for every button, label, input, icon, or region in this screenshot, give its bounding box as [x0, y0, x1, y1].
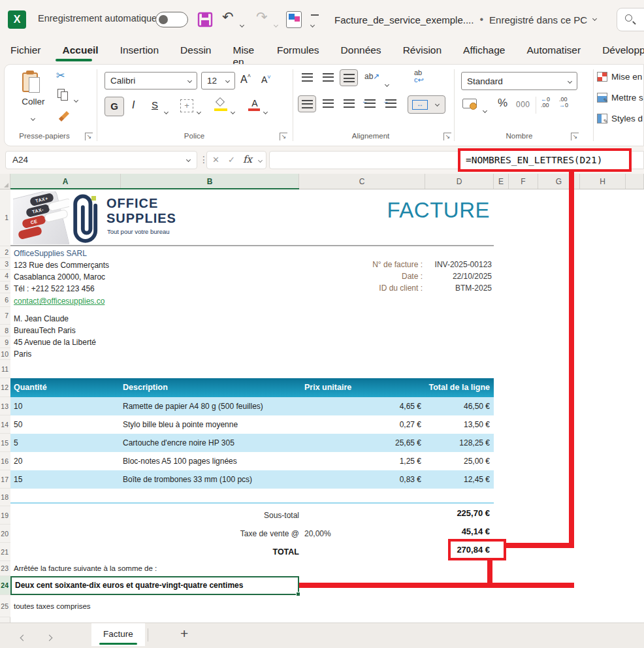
font-size-select[interactable]: 12 — [201, 72, 235, 89]
column-header-extra[interactable] — [626, 174, 644, 189]
search-box[interactable] — [617, 8, 644, 31]
row-header-8[interactable]: 8 — [0, 325, 10, 336]
conditional-formatting-button[interactable]: Mise en — [597, 69, 644, 84]
tax-label[interactable]: Taxe de vente @ — [169, 525, 299, 543]
tab-fichier[interactable]: Fichier — [9, 39, 42, 61]
footer-outro[interactable]: toutes taxes comprises — [14, 595, 91, 617]
seller-phone[interactable]: Tél : +212 522 123 456 — [14, 283, 95, 295]
tab-developpeur[interactable]: Développeur — [601, 39, 644, 61]
align-left-button[interactable] — [298, 95, 316, 112]
cell-description[interactable]: Stylo bille bleu à pointe moyenne — [123, 415, 238, 434]
select-all-corner[interactable] — [0, 174, 10, 189]
row-header-24[interactable]: 24 — [0, 576, 10, 595]
sheet-prev-icon[interactable] — [21, 631, 25, 643]
row-header-1[interactable]: 1 — [0, 189, 10, 246]
tab-accueil[interactable]: Accueil — [61, 39, 100, 61]
client-name[interactable]: M. Jean Claude — [14, 313, 69, 325]
row-header-11[interactable]: 11 — [0, 360, 10, 378]
row-header-18[interactable]: 18 — [0, 489, 10, 506]
row-header-4[interactable]: 4 — [0, 270, 10, 282]
total-label[interactable]: TOTAL — [169, 543, 299, 561]
cell-quantity[interactable]: 20 — [14, 452, 22, 470]
client-address[interactable]: 45 Avenue de la Liberté — [14, 336, 96, 348]
row-header-15[interactable]: 15 — [0, 434, 10, 452]
seller-name[interactable]: OfficeSupplies SARL — [14, 248, 87, 259]
cut-icon[interactable]: ✂ — [56, 69, 65, 82]
borders-dropdown-icon[interactable] — [197, 105, 201, 116]
addin-icon[interactable] — [286, 11, 302, 28]
selected-cell-a24[interactable]: Deux cent soixante-dix euros et quatre-v… — [10, 576, 299, 595]
clipboard-dialog-launcher-icon[interactable]: ↘ — [85, 133, 93, 140]
format-painter-icon[interactable] — [57, 110, 71, 122]
column-header-H[interactable]: H — [580, 174, 626, 189]
tab-automatiser[interactable]: Automatiser — [525, 39, 582, 61]
tab-donnees[interactable]: Données — [340, 39, 383, 61]
row-header-10[interactable]: 10 — [0, 348, 10, 360]
tab-insertion[interactable]: Insertion — [119, 39, 160, 61]
grow-font-button[interactable]: A˄ — [240, 73, 251, 86]
align-center-button[interactable] — [323, 99, 334, 108]
invoice-title[interactable]: FACTURE — [294, 198, 490, 225]
cell-styles-button[interactable]: ✎ Styles d — [597, 111, 644, 125]
cell-quantity[interactable]: 50 — [14, 415, 22, 434]
row-header-20[interactable]: 20 — [0, 525, 10, 543]
client-id-value[interactable]: BTM-2025 — [361, 282, 492, 294]
format-as-table-button[interactable]: ✎ Mettre s — [597, 90, 644, 105]
seller-address2[interactable]: Casablanca 20000, Maroc — [14, 271, 105, 283]
cell-description[interactable]: Boîte de trombones 33 mm (100 pcs) — [123, 470, 252, 489]
saved-status-chevron-icon[interactable] — [592, 16, 597, 20]
table-row[interactable]: 50Stylo bille bleu à pointe moyenne0,27 … — [10, 415, 494, 434]
cell-unit-price[interactable]: 0,27 € — [400, 415, 421, 434]
orientation-button[interactable]: ab↗ — [364, 72, 379, 81]
cell-unit-price[interactable]: 0,83 € — [400, 470, 421, 489]
tab-affichage[interactable]: Affichage — [462, 39, 506, 61]
percent-style-button[interactable]: % — [498, 97, 507, 110]
add-sheet-button[interactable]: + — [180, 626, 188, 641]
comma-style-button[interactable]: 000 — [516, 100, 530, 109]
row-header-23[interactable]: 23 — [0, 561, 10, 576]
wrap-text-button[interactable]: abc↩ — [414, 69, 424, 84]
row-header-9[interactable]: 9 — [0, 336, 10, 348]
cell-unit-price[interactable]: 4,65 € — [400, 397, 421, 415]
tax-rate[interactable]: 20,00% — [304, 525, 357, 543]
table-row[interactable]: 5Cartouche d'encre noire HP 30525,65 €12… — [10, 434, 494, 452]
copy-icon[interactable] — [57, 89, 71, 102]
column-header-E[interactable]: E — [494, 174, 509, 189]
row-header-12[interactable]: 12 — [0, 378, 10, 397]
row-header-13[interactable]: 13 — [0, 397, 10, 415]
font-dialog-launcher-icon[interactable]: ↘ — [280, 133, 287, 140]
row-header-21[interactable]: 21 — [0, 543, 10, 561]
increase-indent-button[interactable]: → — [385, 99, 396, 108]
italic-button[interactable]: I — [132, 99, 135, 111]
saved-status[interactable]: Enregistré dans ce PC — [489, 14, 587, 25]
paste-button[interactable]: Coller — [14, 69, 52, 129]
cell-quantity[interactable]: 15 — [14, 470, 22, 489]
undo-button[interactable]: ↶ — [222, 9, 234, 25]
row-header-17[interactable]: 17 — [0, 470, 10, 489]
cell-unit-price[interactable]: 1,25 € — [400, 452, 421, 470]
alignment-dialog-launcher-icon[interactable]: ↘ — [443, 133, 451, 140]
tab-dessin[interactable]: Dessin — [179, 39, 212, 61]
row-header-16[interactable]: 16 — [0, 452, 10, 470]
table-row[interactable]: 15Boîte de trombones 33 mm (100 pcs)0,83… — [10, 470, 494, 489]
shrink-font-button[interactable]: A˅ — [261, 74, 271, 85]
align-middle-button[interactable] — [323, 73, 334, 82]
sheet-next-icon[interactable] — [47, 631, 52, 643]
column-header-D[interactable]: D — [425, 174, 494, 189]
decrease-indent-button[interactable]: ← — [364, 99, 376, 108]
seller-address1[interactable]: 123 Rue des Commerçants — [14, 259, 109, 271]
column-header-C[interactable]: C — [299, 174, 425, 189]
fill-color-dropdown-icon[interactable] — [231, 105, 234, 116]
cell-description[interactable]: Cartouche d'encre noire HP 305 — [123, 434, 234, 452]
increase-decimal-button[interactable]: ←0.00 — [541, 97, 550, 108]
font-color-dropdown-icon[interactable] — [264, 105, 267, 116]
cell-line-total[interactable]: 13,50 € — [464, 415, 490, 434]
underline-button[interactable]: S — [152, 99, 158, 110]
insert-function-icon[interactable]: fx — [243, 154, 252, 165]
align-top-button[interactable] — [302, 73, 313, 82]
invoice-date-value[interactable]: 22/10/2025 — [361, 270, 492, 282]
client-company[interactable]: BureauTech Paris — [14, 325, 76, 336]
tax-value[interactable]: 45,14 € — [359, 523, 490, 541]
number-format-select[interactable]: Standard — [461, 72, 577, 90]
column-header-B[interactable]: B — [121, 174, 299, 189]
